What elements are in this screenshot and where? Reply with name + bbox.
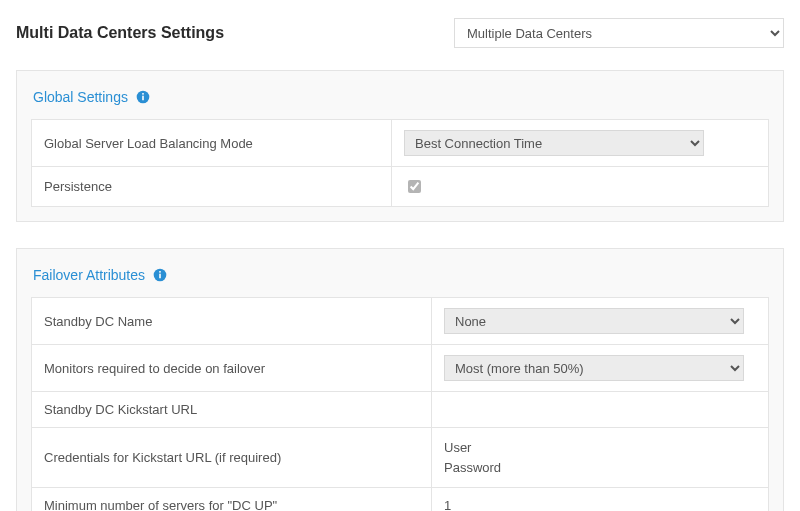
- failover-attributes-panel: Failover Attributes Standby DC Name None…: [16, 248, 784, 511]
- table-row: Monitors required to decide on failover …: [32, 345, 769, 392]
- min-servers-value: 1: [432, 488, 769, 512]
- table-row: Standby DC Kickstart URL: [32, 392, 769, 428]
- failover-attributes-title: Failover Attributes: [33, 267, 145, 283]
- kickstart-url-value: [432, 392, 769, 428]
- monitors-select[interactable]: Most (more than 50%): [444, 355, 744, 381]
- credentials-user-label: User: [444, 438, 756, 458]
- svg-point-5: [159, 271, 161, 273]
- kickstart-url-label: Standby DC Kickstart URL: [32, 392, 432, 428]
- monitors-label: Monitors required to decide on failover: [32, 345, 432, 392]
- lb-mode-label: Global Server Load Balancing Mode: [32, 120, 392, 167]
- persistence-checkbox[interactable]: [408, 180, 421, 193]
- standby-dc-name-select[interactable]: None: [444, 308, 744, 334]
- svg-point-2: [142, 93, 144, 95]
- page-title: Multi Data Centers Settings: [16, 24, 454, 42]
- global-settings-table: Global Server Load Balancing Mode Best C…: [31, 119, 769, 207]
- table-row: Global Server Load Balancing Mode Best C…: [32, 120, 769, 167]
- table-row: Minimum number of servers for "DC UP" 1: [32, 488, 769, 512]
- credentials-label: Credentials for Kickstart URL (if requir…: [32, 428, 432, 488]
- table-row: Standby DC Name None: [32, 298, 769, 345]
- table-row: Credentials for Kickstart URL (if requir…: [32, 428, 769, 488]
- scope-select[interactable]: Multiple Data Centers: [454, 18, 784, 48]
- credentials-value: User Password: [432, 428, 769, 488]
- info-icon[interactable]: [136, 90, 150, 104]
- global-settings-title: Global Settings: [33, 89, 128, 105]
- min-servers-label: Minimum number of servers for "DC UP": [32, 488, 432, 512]
- lb-mode-select[interactable]: Best Connection Time: [404, 130, 704, 156]
- svg-rect-4: [159, 274, 161, 279]
- global-settings-panel: Global Settings Global Server Load Balan…: [16, 70, 784, 222]
- persistence-label: Persistence: [32, 167, 392, 207]
- standby-dc-name-label: Standby DC Name: [32, 298, 432, 345]
- table-row: Persistence: [32, 167, 769, 207]
- credentials-password-label: Password: [444, 458, 756, 478]
- failover-attributes-table: Standby DC Name None Monitors required t…: [31, 297, 769, 511]
- info-icon[interactable]: [153, 268, 167, 282]
- svg-rect-1: [142, 96, 144, 101]
